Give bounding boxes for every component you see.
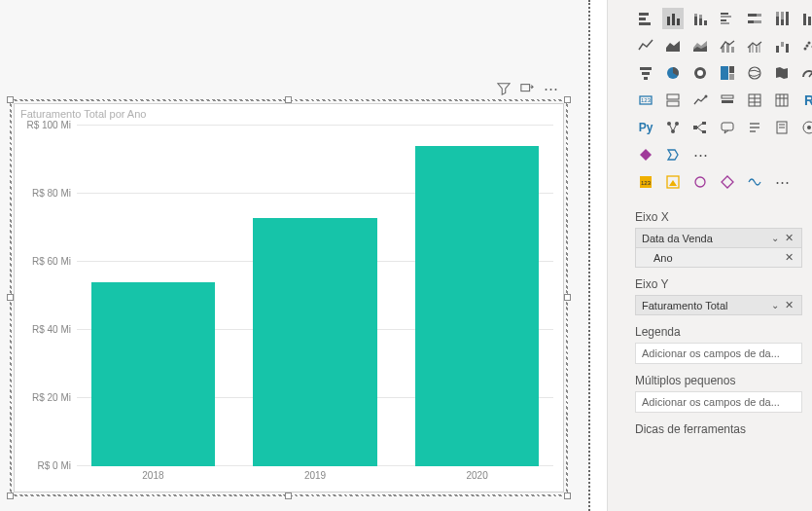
ribbon-chart-icon[interactable]: [798, 8, 812, 29]
report-canvas[interactable]: ⋯ Faturamento Total por Ano R$ 0 Mi R$ 2…: [0, 0, 590, 511]
clustered-bar-icon[interactable]: [717, 8, 738, 29]
svg-rect-46: [642, 72, 650, 75]
matrix-icon[interactable]: [771, 90, 793, 111]
card-icon[interactable]: 123: [635, 90, 656, 111]
spacer: [717, 144, 738, 165]
line-stacked-column-icon[interactable]: [717, 35, 738, 56]
svg-rect-24: [786, 12, 789, 25]
kpi-icon[interactable]: [689, 90, 711, 111]
legend-well[interactable]: Adicionar os campos de da...: [635, 343, 802, 364]
chart-plot-area: R$ 0 Mi R$ 20 Mi R$ 40 Mi R$ 60 Mi R$ 80…: [77, 126, 553, 466]
map-icon[interactable]: [744, 62, 765, 84]
field-name: Faturamento Total: [642, 300, 727, 311]
svg-rect-11: [704, 20, 707, 25]
get-more-visuals-icon[interactable]: ⋯: [689, 144, 711, 165]
stacked-bar-icon[interactable]: [635, 8, 656, 29]
bar-2020[interactable]: [415, 146, 539, 466]
y-tick-label: R$ 40 Mi: [32, 324, 77, 335]
hundred-stacked-bar-icon[interactable]: [744, 8, 765, 29]
multirow-card-icon[interactable]: [662, 90, 684, 111]
paginated-report-icon[interactable]: [771, 117, 793, 138]
svg-marker-97: [722, 176, 733, 188]
svg-point-50: [697, 70, 703, 76]
resize-handle-s[interactable]: [285, 493, 292, 499]
x-axis-well[interactable]: Data da Venda ⌄ ✕ Ano ✕: [635, 228, 802, 268]
slicer-icon[interactable]: [717, 90, 738, 111]
key-influencers-icon[interactable]: [662, 117, 684, 138]
power-automate-icon[interactable]: [662, 144, 684, 165]
remove-field-icon[interactable]: ✕: [783, 299, 795, 311]
more-ellipsis-icon[interactable]: ⋯: [771, 171, 793, 193]
remove-field-icon[interactable]: ✕: [783, 251, 795, 264]
svg-rect-40: [786, 44, 789, 53]
svg-rect-9: [699, 18, 702, 25]
svg-rect-21: [776, 12, 779, 17]
x-tick-label: 2020: [466, 466, 487, 481]
y-axis-well[interactable]: Faturamento Total ⌄ ✕: [635, 295, 802, 315]
x-axis-field[interactable]: Data da Venda ⌄ ✕: [636, 229, 801, 248]
bar-2019[interactable]: [253, 218, 376, 467]
resize-handle-e[interactable]: [564, 294, 571, 301]
y-axis-field[interactable]: Faturamento Total ⌄ ✕: [636, 296, 801, 314]
resize-handle-sw[interactable]: [7, 493, 14, 499]
filled-map-icon[interactable]: [771, 62, 793, 84]
decomposition-tree-icon[interactable]: [689, 117, 711, 138]
filter-icon[interactable]: [497, 82, 511, 95]
python-visual-icon[interactable]: Py: [635, 117, 656, 138]
resize-handle-n[interactable]: [285, 96, 292, 103]
waterfall-icon[interactable]: [771, 35, 793, 56]
treemap-icon[interactable]: [717, 62, 738, 84]
svg-marker-28: [666, 41, 680, 52]
custom-visual-1-icon[interactable]: [689, 171, 711, 193]
pie-icon[interactable]: [662, 62, 684, 84]
resize-handle-w[interactable]: [7, 294, 14, 301]
gauge-icon[interactable]: [798, 62, 812, 84]
azure-map-icon[interactable]: 123: [635, 171, 656, 193]
svg-rect-4: [667, 17, 670, 25]
x-axis-hierarchy-child[interactable]: Ano ✕: [636, 248, 801, 267]
focus-mode-icon[interactable]: [520, 82, 534, 95]
more-options-icon[interactable]: ⋯: [544, 82, 558, 95]
smart-narrative-icon[interactable]: [744, 117, 765, 138]
r-visual-icon[interactable]: R: [798, 90, 812, 111]
stacked-area-icon[interactable]: [689, 35, 711, 56]
resize-handle-nw[interactable]: [7, 96, 14, 103]
stacked-column-icon[interactable]: [689, 8, 711, 29]
spacer: [798, 144, 812, 165]
hundred-stacked-column-icon[interactable]: [771, 8, 793, 29]
chevron-down-icon[interactable]: ⌄: [771, 233, 779, 243]
visualizations-pane: 123 R Py ⋯ 123 ⋯ Eixo X Data da Ven: [607, 0, 812, 511]
line-chart-icon[interactable]: [635, 35, 656, 56]
remove-field-icon[interactable]: ✕: [783, 232, 795, 244]
power-apps-icon[interactable]: [635, 144, 656, 165]
clustered-column-icon[interactable]: [662, 8, 684, 29]
svg-rect-0: [521, 85, 530, 91]
y-axis-label: Eixo Y: [608, 268, 812, 295]
donut-icon[interactable]: [689, 62, 711, 84]
field-name: Ano: [653, 252, 673, 264]
area-chart-icon[interactable]: [662, 35, 684, 56]
bar-2018[interactable]: [91, 282, 215, 466]
chevron-down-icon[interactable]: ⌄: [771, 300, 779, 310]
tooltips-label: Dicas de ferramentas: [608, 413, 812, 440]
custom-visual-2-icon[interactable]: [717, 171, 738, 193]
visual-selection-frame[interactable]: ⋯ Faturamento Total por Ano R$ 0 Mi R$ 2…: [10, 99, 568, 496]
table-icon[interactable]: [744, 90, 765, 111]
resize-handle-ne[interactable]: [564, 96, 571, 103]
svg-rect-12: [721, 13, 728, 15]
line-clustered-column-icon[interactable]: [744, 35, 765, 56]
svg-rect-1: [639, 13, 649, 16]
funnel-icon[interactable]: [635, 62, 656, 84]
qa-visual-icon[interactable]: [717, 117, 738, 138]
svg-rect-15: [721, 22, 729, 24]
svg-point-89: [807, 126, 811, 129]
bar-chart-visual[interactable]: Faturamento Total por Ano R$ 0 Mi R$ 20 …: [14, 103, 564, 493]
svg-line-75: [673, 124, 677, 131]
svg-rect-35: [752, 44, 754, 53]
score-card-icon[interactable]: [662, 171, 684, 193]
arcgis-icon[interactable]: [798, 117, 812, 138]
scatter-icon[interactable]: [798, 35, 812, 56]
resize-handle-se[interactable]: [564, 493, 571, 499]
custom-visual-3-icon[interactable]: [744, 171, 765, 193]
small-multiples-well[interactable]: Adicionar os campos de da...: [635, 391, 802, 413]
